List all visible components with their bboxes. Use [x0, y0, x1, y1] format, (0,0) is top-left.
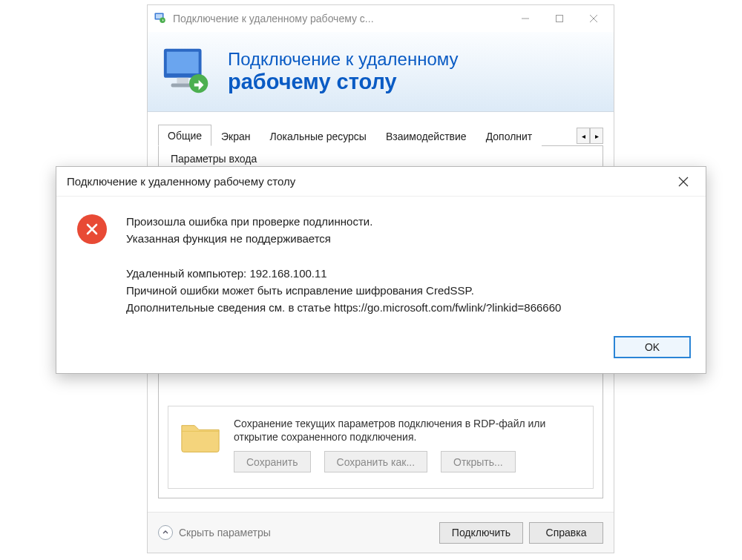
error-close-button[interactable] [667, 171, 700, 193]
error-icon [77, 214, 107, 244]
rdp-banner-icon [160, 43, 217, 101]
save-as-button[interactable]: Сохранить как... [324, 451, 427, 472]
folder-icon [179, 418, 222, 454]
window-title: Подключение к удаленному рабочему с... [173, 13, 508, 24]
tab-display[interactable]: Экран [211, 125, 260, 146]
collapse-toggle-label[interactable]: Скрыть параметры [179, 527, 271, 538]
error-dialog-title: Подключение к удаленному рабочему столу [67, 175, 295, 188]
bottom-bar: Скрыть параметры Подключить Справка [148, 512, 614, 553]
maximize-button[interactable] [542, 7, 577, 30]
banner-line1: Подключение к удаленному [228, 49, 459, 70]
tab-scroll-right[interactable]: ▸ [590, 128, 603, 144]
tab-general[interactable]: Общие [158, 125, 211, 146]
minimize-button[interactable] [508, 7, 542, 30]
save-button[interactable]: Сохранить [234, 451, 311, 472]
collapse-toggle-icon[interactable] [158, 525, 173, 540]
error-ok-button[interactable]: OK [614, 336, 691, 358]
help-button[interactable]: Справка [529, 522, 603, 544]
saved-connection-text: Сохранение текущих параметров подключени… [234, 417, 582, 444]
open-button[interactable]: Открыть... [441, 451, 516, 472]
titlebar[interactable]: Подключение к удаленному рабочему с... [148, 5, 614, 32]
close-button[interactable] [577, 7, 611, 30]
connect-button[interactable]: Подключить [439, 522, 523, 544]
saved-connection-group: Сохранение текущих параметров подключени… [168, 406, 594, 489]
rdp-app-icon [154, 12, 167, 25]
banner: Подключение к удаленному рабочему столу [148, 32, 614, 112]
login-params-label: Параметры входа [168, 153, 260, 165]
error-dialog: Подключение к удаленному рабочему столу … [56, 166, 706, 374]
error-dialog-titlebar[interactable]: Подключение к удаленному рабочему столу [56, 167, 706, 197]
banner-line2: рабочему столу [228, 70, 459, 94]
error-message: Произошла ошибка при проверке подлинност… [126, 213, 561, 317]
tab-local-resources[interactable]: Локальные ресурсы [260, 125, 376, 146]
tab-advanced[interactable]: Дополнит [476, 125, 542, 146]
tab-scroll-left[interactable]: ◂ [577, 128, 590, 144]
svg-rect-4 [556, 16, 563, 22]
tab-experience[interactable]: Взаимодействие [376, 125, 476, 146]
svg-rect-8 [167, 51, 199, 73]
tab-strip: Общие Экран Локальные ресурсы Взаимодейс… [158, 122, 603, 146]
svg-rect-9 [177, 77, 188, 83]
